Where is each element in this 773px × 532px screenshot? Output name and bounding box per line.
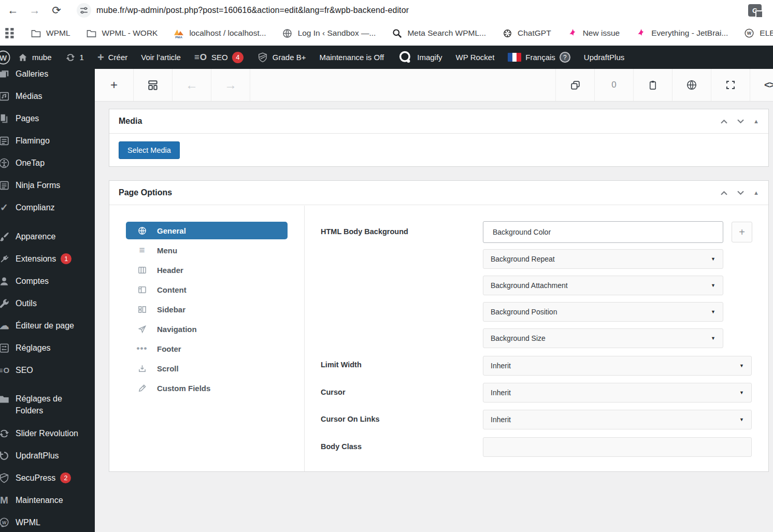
sidebar-item-medias[interactable]: Médias [0,85,95,107]
sidebar-item-comptes[interactable]: Comptes [0,270,95,292]
bookmark-chatgpt[interactable]: ChatGPT [502,27,551,39]
undo-button[interactable]: ← [173,69,211,101]
tab-scroll[interactable]: Scroll [126,360,288,377]
media-metabox-header[interactable]: Media ▲ [109,109,768,134]
media-metabox: Media ▲ Select Media [109,109,769,167]
redo-button[interactable]: → [211,69,250,101]
url-bar[interactable]: mube.fr/wp-admin/post.php?post=160616&ac… [96,6,748,15]
adminbar-view-label: Voir l’article [141,53,181,62]
limit-width-select[interactable]: Inherit ▼ [483,356,752,376]
sidebar-item-galleries[interactable]: Galleries [0,69,95,85]
clipboard-button[interactable] [633,69,672,101]
cursor-on-links-select[interactable]: Inherit ▼ [483,410,752,429]
cursor-select[interactable]: Inherit ▼ [483,383,752,402]
background-size-select[interactable]: Background Size ▼ [483,328,723,348]
copy-button[interactable] [555,69,594,101]
bookmark-meta-search[interactable]: Meta Search WPML... [391,27,486,39]
add-element-button[interactable]: + [95,69,134,101]
globe-button[interactable] [672,69,711,101]
sidebar-item-maintenance[interactable]: M Maintenance [0,489,95,511]
adminbar-updraftplus[interactable]: UpdraftPlus [577,46,631,69]
sidebar-item-wpml[interactable]: W WPML [0,511,95,532]
adminbar-grade[interactable]: Grade B+ [250,46,313,69]
sidebar-separator [0,381,95,388]
templates-button[interactable] [134,69,173,101]
bookmark-wpml[interactable]: WPML [30,27,70,39]
tab-general[interactable]: General [126,222,288,239]
select-media-button[interactable]: Select Media [119,141,180,159]
toggle-panel-icon[interactable]: ▲ [753,118,759,124]
adminbar-site-label: mube [32,53,52,62]
adminbar-imagify[interactable]: Imagify [391,46,449,69]
code-view-button[interactable]: <> [750,69,773,101]
body-class-input[interactable] [483,437,752,457]
move-down-icon[interactable] [737,119,745,124]
sidebar-item-ninja-forms[interactable]: Ninja Forms [0,174,95,196]
background-color-input[interactable] [483,221,723,243]
tab-content[interactable]: Content [126,281,288,298]
layout-icon [137,285,147,294]
tab-menu[interactable]: ≡ Menu [126,241,288,259]
browser-back-button[interactable]: ← [4,2,22,19]
sidebar-item-pages[interactable]: Pages [0,107,95,130]
paper-plane-icon [137,325,147,334]
bookmark-label: localhost / localhost... [189,28,266,38]
adminbar-language[interactable]: Français ? [501,46,577,69]
sidebar-item-editeur-de-page[interactable]: ☁ Éditeur de page [0,314,95,337]
sidebar-item-onetap[interactable]: OneTap [0,152,95,174]
browser-forward-button[interactable]: → [26,2,44,19]
move-up-icon[interactable] [720,190,728,196]
select-value: Inherit [491,389,511,397]
tab-header[interactable]: Header [126,261,288,279]
sidebar-item-updraftplus[interactable]: UpdraftPlus [0,444,95,467]
move-down-icon[interactable] [737,190,745,196]
adminbar-new[interactable]: + Créer [91,46,134,69]
sidebar-item-seo[interactable]: ≡O SEO [0,359,95,381]
bookmark-wpml-work[interactable]: WPML - WORK [86,27,158,39]
page-options-header[interactable]: Page Options ▲ [109,181,768,205]
sidebar-item-flamingo[interactable]: Flamingo [0,130,95,152]
site-info-icon[interactable] [77,3,91,18]
fullscreen-button[interactable] [711,69,750,101]
toggle-panel-icon[interactable]: ▲ [753,190,759,196]
background-attachment-select[interactable]: Background Attachment ▼ [483,276,723,295]
sidebar-item-reglages[interactable]: Réglages [0,337,95,359]
add-background-button[interactable]: + [732,222,752,242]
accessibility-icon [0,156,11,170]
adminbar-site[interactable]: mube [11,46,59,69]
tab-footer[interactable]: ••• Footer [126,340,288,357]
tab-sidebar[interactable]: Sidebar [126,300,288,318]
background-repeat-select[interactable]: Background Repeat ▼ [483,249,723,269]
sidebar-item-extensions[interactable]: Extensions 1 [0,248,95,270]
adminbar-wprocket[interactable]: WP Rocket [449,46,502,69]
adminbar-updates[interactable]: 1 [59,46,91,69]
adminbar-seo[interactable]: ≡O SEO 4 [188,46,250,69]
move-up-icon[interactable] [720,119,728,124]
adminbar-seo-label: SEO [211,53,228,62]
translate-icon[interactable]: G [748,4,762,17]
bookmark-elementor-pro[interactable]: W ELEMENTOR PRO [743,27,773,39]
adminbar-maintenance[interactable]: Maintenance is Off [312,46,391,69]
sidebar-item-complianz[interactable]: ✓ Complianz [0,196,95,219]
bookmark-localhost[interactable]: PMA localhost / localhost... [173,27,266,39]
imagify-icon [397,50,413,65]
bookmark-login-sandbox[interactable]: Log In ‹ Sandbox —... [282,27,376,39]
sidebar-item-outils[interactable]: Outils [0,292,95,314]
tab-custom-fields[interactable]: Custom Fields [126,379,288,397]
bookmark-everything-jetbrains[interactable]: Everything - JetBrai... [635,27,728,39]
sidebar-item-apparence[interactable]: Apparence [0,225,95,248]
browser-reload-button[interactable]: ⟳ [48,2,65,19]
sidebar-item-slider-revolution[interactable]: Slider Revolution [0,422,95,444]
background-position-select[interactable]: Background Position ▼ [483,302,723,322]
sidebar-item-reglages-de-folders[interactable]: Réglages de Folders [0,388,95,422]
wp-admin-bar: W mube 1 + Créer Voir l’article ≡O SEO 4… [0,46,773,69]
adminbar-view-post[interactable]: Voir l’article [134,46,188,69]
apps-grid-icon[interactable] [5,28,15,38]
users-icon [0,275,11,288]
french-flag-icon [508,53,521,62]
wordpress-logo-icon[interactable]: W [0,50,11,65]
tab-navigation[interactable]: Navigation [126,320,288,338]
sidebar-item-secupress[interactable]: SecuPress 2 [0,467,95,489]
bookmark-new-issue[interactable]: New issue [567,27,620,39]
restore-icon [0,449,11,463]
